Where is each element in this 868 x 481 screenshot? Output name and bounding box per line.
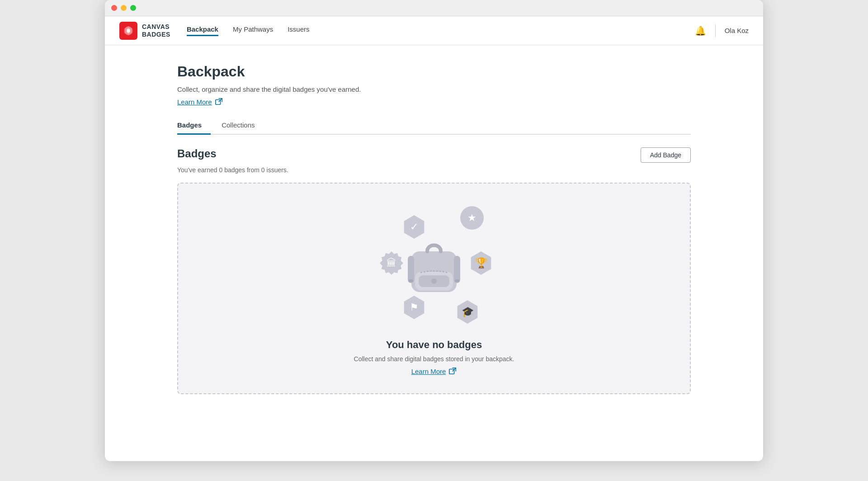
notifications-bell-icon[interactable]: 🔔 xyxy=(695,25,706,36)
tabs: Badges Collections xyxy=(177,117,691,135)
page-description: Collect, organize and share the digital … xyxy=(177,85,691,93)
minimize-button[interactable] xyxy=(121,5,127,11)
empty-state-box: ✓ ★ 🏛 🏆 ⚑ 🎓 xyxy=(177,183,691,394)
maximize-button[interactable] xyxy=(130,5,136,11)
logo: CANVAS Badges xyxy=(119,22,170,40)
badge-star-icon: ★ xyxy=(460,206,484,230)
nav-links: Backpack My Pathways Issuers xyxy=(187,25,695,36)
svg-point-1 xyxy=(127,29,130,32)
svg-rect-7 xyxy=(454,256,460,283)
empty-state-external-link-icon xyxy=(448,367,457,375)
empty-state-title: You have no badges xyxy=(386,339,482,351)
badges-illustration: ✓ ★ 🏛 🏆 ⚑ 🎓 xyxy=(366,202,502,328)
learn-more-link[interactable]: Learn More xyxy=(177,98,223,106)
backpack-svg xyxy=(402,229,466,301)
external-link-icon xyxy=(215,98,223,106)
logo-text: CANVAS Badges xyxy=(142,23,170,38)
badge-trophy-icon: 🏆 xyxy=(469,251,493,275)
nav-right: 🔔 Ola Koz xyxy=(695,24,749,37)
nav-link-backpack[interactable]: Backpack xyxy=(187,25,218,36)
page-title: Backpack xyxy=(177,63,691,80)
close-button[interactable] xyxy=(111,5,117,11)
svg-rect-8 xyxy=(409,279,413,282)
badges-section-header: Badges Add Badge xyxy=(177,147,691,163)
app-window: CANVAS Badges Backpack My Pathways Issue… xyxy=(105,0,763,461)
tab-collections[interactable]: Collections xyxy=(222,117,264,135)
navbar: CANVAS Badges Backpack My Pathways Issue… xyxy=(105,16,763,45)
badge-institution-icon: 🏛 xyxy=(380,251,403,275)
main-content: Backpack Collect, organize and share the… xyxy=(105,45,763,412)
svg-rect-6 xyxy=(408,256,414,283)
empty-state-subtitle: Collect and share digital badges stored … xyxy=(354,355,514,363)
badge-grad-icon: 🎓 xyxy=(456,300,479,324)
nav-link-issuers[interactable]: Issuers xyxy=(288,25,309,36)
badges-subtitle: You've earned 0 badges from 0 issuers. xyxy=(177,166,691,174)
nav-link-my-pathways[interactable]: My Pathways xyxy=(233,25,273,36)
svg-point-10 xyxy=(431,278,437,284)
add-badge-button[interactable]: Add Badge xyxy=(641,147,691,163)
logo-svg xyxy=(122,24,135,37)
logo-icon xyxy=(119,22,137,40)
titlebar xyxy=(105,0,763,16)
svg-rect-9 xyxy=(455,279,459,282)
user-name[interactable]: Ola Koz xyxy=(725,27,749,34)
badges-section-title: Badges xyxy=(177,147,217,160)
empty-state-learn-more-link[interactable]: Learn More xyxy=(411,367,457,375)
nav-divider xyxy=(715,24,716,37)
tab-badges[interactable]: Badges xyxy=(177,117,211,135)
backpack-illustration xyxy=(402,229,466,301)
